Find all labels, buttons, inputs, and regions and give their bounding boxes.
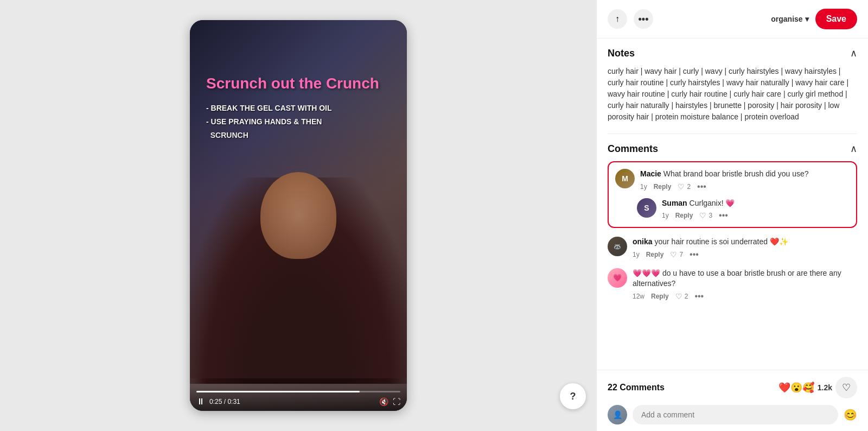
header-actions-left: ↑ ••• xyxy=(608,9,653,29)
avatar-pink: 💗 xyxy=(608,268,627,288)
comment-item-2: 🦝 onika your hair routine is soi underra… xyxy=(608,237,857,259)
comment-more-reply-1[interactable]: ••• xyxy=(719,211,728,220)
video-title: Scrunch out the Crunch xyxy=(206,74,391,93)
comment-author-reply-1: Suman xyxy=(662,199,687,207)
upload-button[interactable]: ↑ xyxy=(608,9,627,29)
reaction-count: 1.2k xyxy=(818,383,832,392)
organise-button[interactable]: organise ▾ xyxy=(771,15,808,23)
comment-meta-2: 1y Reply ♡ 7 ••• xyxy=(633,250,857,259)
notes-toggle[interactable]: ∧ xyxy=(850,47,857,59)
comment-content-2: your hair routine is soi underrated ❤️✨ xyxy=(654,237,788,246)
comment-body-2: onika your hair routine is soi underrate… xyxy=(633,237,857,259)
comment-more-1[interactable]: ••• xyxy=(697,182,706,192)
save-heart-button[interactable]: ♡ xyxy=(835,377,857,398)
emoji-button[interactable]: 😊 xyxy=(844,408,857,421)
heart-icon-reply-1: ♡ xyxy=(699,211,706,220)
controls-left: ⏸ 0:25 / 0:31 xyxy=(196,397,240,407)
avatar-suman: S xyxy=(637,198,656,218)
comment-time-3: 12w xyxy=(633,293,644,300)
comment-text-2: onika your hair routine is soi underrate… xyxy=(633,237,857,248)
add-comment-input[interactable] xyxy=(633,405,838,424)
organise-label: organise xyxy=(771,15,802,23)
more-options-button[interactable]: ••• xyxy=(634,9,653,29)
chevron-down-icon: ▾ xyxy=(805,15,809,23)
divider-1 xyxy=(608,134,857,134)
comment-content-3: 💗💗💗 do u have to use a boar bristle brus… xyxy=(633,269,841,288)
comment-meta-3: 12w Reply ♡ 2 ••• xyxy=(633,291,857,301)
progress-bar-fill xyxy=(196,391,360,392)
comments-section-header: Comments ∧ xyxy=(608,143,857,155)
comment-body-1: M Macie What brand boar bristle brush di… xyxy=(615,169,850,220)
comment-meta-1: 1y Reply ♡ 2 ••• xyxy=(640,182,850,192)
notes-title: Notes xyxy=(608,48,635,59)
right-content: Notes ∧ curly hair | wavy hair | curly |… xyxy=(597,39,868,370)
comment-more-2[interactable]: ••• xyxy=(690,250,699,259)
like-count-2: 7 xyxy=(679,251,683,258)
comment-author-1: Macie xyxy=(640,169,661,178)
header-actions-right: organise ▾ Save xyxy=(771,9,857,29)
comment-likes-reply-1: ♡ 3 xyxy=(699,211,712,220)
more-icon: ••• xyxy=(639,14,649,25)
progress-bar-container[interactable] xyxy=(196,391,400,392)
help-button[interactable]: ? xyxy=(560,383,586,409)
heart-icon-2: ♡ xyxy=(670,250,677,259)
mute-icon[interactable]: 🔇 xyxy=(379,397,388,406)
save-heart-icon: ♡ xyxy=(842,382,851,394)
pause-icon[interactable]: ⏸ xyxy=(196,397,205,407)
comment-likes-2: ♡ 7 xyxy=(670,250,683,259)
upload-icon: ↑ xyxy=(615,14,620,24)
help-icon: ? xyxy=(570,391,576,402)
reply-button-1[interactable]: Reply xyxy=(654,183,672,191)
comments-title: Comments xyxy=(608,143,658,155)
like-count-reply-1: 3 xyxy=(709,212,712,219)
comment-text-1: Macie What brand boar bristle brush did … xyxy=(640,169,850,180)
reply-button-3[interactable]: Reply xyxy=(651,293,669,300)
left-panel: Scrunch out the Crunch - BREAK THE GEL C… xyxy=(0,0,597,431)
comments-count: 22 Comments xyxy=(608,383,665,392)
time-display: 0:25 / 0:31 xyxy=(209,398,240,405)
comments-toggle[interactable]: ∧ xyxy=(850,143,857,155)
comment-meta-reply-1: 1y Reply ♡ 3 ••• xyxy=(662,211,850,220)
avatar-onika: 🦝 xyxy=(608,237,627,256)
comment-item-highlighted: M Macie What brand boar bristle brush di… xyxy=(608,161,857,228)
notes-text: curly hair | wavy hair | curly | wavy | … xyxy=(608,66,857,123)
controls-row: ⏸ 0:25 / 0:31 🔇 ⛶ xyxy=(196,397,400,407)
comment-text-reply-1: Suman Curlganix! 💗 xyxy=(662,198,850,209)
comment-author-2: onika xyxy=(633,237,653,246)
right-header: ↑ ••• organise ▾ Save xyxy=(597,0,868,39)
comment-body-3: 💗💗💗 do u have to use a boar bristle brus… xyxy=(633,268,857,301)
avatar-current-user: 👤 xyxy=(608,405,627,424)
avatar-macie: M xyxy=(615,169,635,188)
comment-item-3: 💗 💗💗💗 do u have to use a boar bristle br… xyxy=(608,268,857,301)
reaction-emojis: ❤️😮🥰 xyxy=(778,382,814,394)
controls-right: 🔇 ⛶ xyxy=(379,397,400,406)
like-count-1: 2 xyxy=(687,183,691,191)
video-content-body xyxy=(190,107,407,378)
comment-content-1: What brand boar bristle brush did you us… xyxy=(663,169,809,178)
comment-time-2: 1y xyxy=(633,251,640,258)
save-button[interactable]: Save xyxy=(815,9,857,29)
comment-time-1: 1y xyxy=(640,183,647,191)
reply-button-reply-1[interactable]: Reply xyxy=(675,212,693,219)
bottom-bar: 22 Comments ❤️😮🥰 1.2k ♡ 👤 😊 xyxy=(597,370,868,431)
heart-icon-3: ♡ xyxy=(675,292,682,301)
video-background: Scrunch out the Crunch - BREAK THE GEL C… xyxy=(190,20,407,411)
add-comment-row: 👤 😊 xyxy=(608,405,857,424)
comment-more-3[interactable]: ••• xyxy=(694,291,704,301)
heart-icon-1: ♡ xyxy=(678,182,685,191)
like-count-3: 2 xyxy=(685,293,688,300)
comment-content-reply-1: Curlganix! 💗 xyxy=(690,199,735,207)
comment-time-reply-1: 1y xyxy=(662,212,669,219)
comment-likes-1: ♡ 2 xyxy=(678,182,691,191)
video-controls: ⏸ 0:25 / 0:31 🔇 ⛶ xyxy=(190,386,407,411)
notes-section-header: Notes ∧ xyxy=(608,47,857,59)
fullscreen-icon[interactable]: ⛶ xyxy=(393,397,400,406)
right-panel: ↑ ••• organise ▾ Save Notes ∧ curly hair… xyxy=(597,0,868,431)
video-container: Scrunch out the Crunch - BREAK THE GEL C… xyxy=(190,20,407,411)
reply-button-2[interactable]: Reply xyxy=(646,251,664,258)
comment-likes-3: ♡ 2 xyxy=(675,292,688,301)
comments-count-row: 22 Comments ❤️😮🥰 1.2k ♡ xyxy=(608,377,857,398)
reactions-row: ❤️😮🥰 1.2k ♡ xyxy=(778,377,857,398)
comment-text-3: 💗💗💗 do u have to use a boar bristle brus… xyxy=(633,268,857,289)
